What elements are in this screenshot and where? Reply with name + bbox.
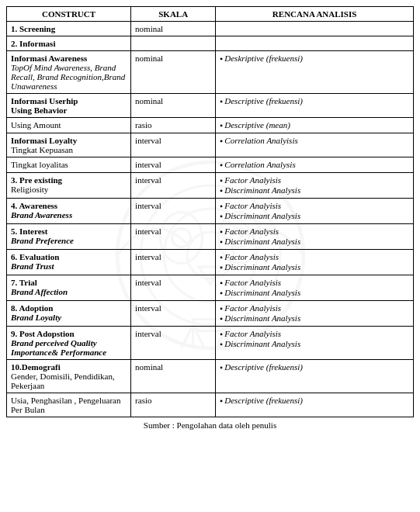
rencana-cell: Factor AnalysisDiscriminant Analysis (216, 224, 414, 250)
skala-cell: interval (131, 327, 216, 360)
table-row: Tingkat loyalitasintervalCorrelation Ana… (7, 157, 414, 173)
table-row: 9. Post AdopstionBrand perceived Quality… (7, 327, 414, 360)
construct-cell: Informasi AwarenessTopOf Mind Awareness,… (7, 51, 131, 94)
analysis-item: Discriminant Analysis (220, 288, 409, 297)
analysis-item: Descriptive (frekuensi) (220, 396, 409, 405)
table-row: 8. AdoptionBrand LoyaltyintervalFactor A… (7, 301, 414, 327)
skala-cell: nominal (131, 94, 216, 118)
analysis-item: Factor Analyisis (220, 329, 409, 338)
analysis-item: Discriminant Analysis (220, 211, 409, 220)
analysis-item: Discriminant Analysis (220, 237, 409, 246)
rencana-cell (216, 36, 414, 51)
rencana-cell: Factor AnalyisisDiscriminant Analysis (216, 173, 414, 199)
rencana-cell: Factor AnalysisDiscriminant Analysis (216, 250, 414, 275)
construct-cell: 6. EvaluationBrand Trust (7, 250, 131, 275)
analysis-item: Discriminant Analysis (220, 313, 409, 323)
analysis-item: Factor Analyisis (220, 201, 409, 210)
header-skala: SKALA (131, 7, 216, 22)
rencana-cell: Factor AnalyisisDiscriminant Analysis (216, 199, 414, 224)
source-note: Sumber : Pengolahan data oleh penulis (6, 420, 414, 430)
table-row: Using AmountrasioDescriptive (mean) (7, 118, 414, 133)
rencana-cell: Descriptive (frekuensi) (216, 360, 414, 393)
analysis-item: Factor Analysis (220, 252, 409, 261)
skala-cell: nominal (131, 360, 216, 393)
construct-cell: Usia, Penghasilan , Pengeluaran Per Bula… (7, 393, 131, 417)
rencana-cell: Factor AnalyisisDiscriminant Analysis (216, 301, 414, 327)
rencana-cell: Factor AnalyisisDiscriminant Analysis (216, 327, 414, 360)
analysis-item: Discriminant Analysis (220, 185, 409, 195)
table-row: 6. EvaluationBrand TrustintervalFactor A… (7, 250, 414, 275)
skala-cell: rasio (131, 118, 216, 133)
skala-cell: interval (131, 157, 216, 173)
construct-cell: 10.DemografiGender, Domisili, Pendidikan… (7, 360, 131, 393)
table-row: 4. AwarenessBrand AwarenessintervalFacto… (7, 199, 414, 224)
table-row: Informasi AwarenessTopOf Mind Awareness,… (7, 51, 414, 94)
construct-cell: 8. AdoptionBrand Loyalty (7, 301, 131, 327)
analysis-item: Factor Analysis (220, 227, 409, 236)
rencana-cell (216, 22, 414, 36)
analysis-item: Factor Analyisis (220, 278, 409, 287)
skala-cell: interval (131, 133, 216, 157)
table-row: Informasi LoyaltyTingkat Kepuasaninterva… (7, 133, 414, 157)
construct-cell: 2. Informasi (7, 36, 131, 51)
construct-cell: 7. TrialBrand Affection (7, 275, 131, 301)
rencana-cell: Factor AnalyisisDiscriminant Analysis (216, 275, 414, 301)
rencana-cell: Descriptive (frekuensi) (216, 393, 414, 417)
table-row: Usia, Penghasilan , Pengeluaran Per Bula… (7, 393, 414, 417)
header-rencana: RENCANA ANALISIS (216, 7, 414, 22)
skala-cell: interval (131, 250, 216, 275)
header-construct: CONSTRUCT (7, 7, 131, 22)
rencana-cell: Correlation Analysis (216, 157, 414, 173)
construct-cell: 3. Pre existingReligiosity (7, 173, 131, 199)
analysis-table: CONSTRUCT SKALA RENCANA ANALISIS 1. Scre… (6, 6, 414, 417)
construct-cell: 5. InterestBrand Preference (7, 224, 131, 250)
table-row: 7. TrialBrand AffectionintervalFactor An… (7, 275, 414, 301)
skala-cell: interval (131, 275, 216, 301)
skala-cell (131, 36, 216, 51)
analysis-item: Descriptive (frekuensi) (220, 362, 409, 372)
skala-cell: interval (131, 224, 216, 250)
table-row: Informasi UserhipUsing BehaviornominalDe… (7, 94, 414, 118)
table-row: 2. Informasi (7, 36, 414, 51)
construct-cell: 1. Screening (7, 22, 131, 36)
table-row: 5. InterestBrand PreferenceintervalFacto… (7, 224, 414, 250)
rencana-cell: Deskriptive (frekuensi) (216, 51, 414, 94)
table-row: 10.DemografiGender, Domisili, Pendidikan… (7, 360, 414, 393)
table-header-row: CONSTRUCT SKALA RENCANA ANALISIS (7, 7, 414, 22)
analysis-item: Deskriptive (frekuensi) (220, 54, 409, 63)
skala-cell: nominal (131, 22, 216, 36)
analysis-item: Correlation Analyisis (220, 136, 409, 145)
skala-cell: nominal (131, 51, 216, 94)
analysis-item: Descriptive (mean) (220, 120, 409, 130)
analysis-item: Factor Analyisis (220, 303, 409, 313)
construct-cell: 9. Post AdopstionBrand perceived Quality… (7, 327, 131, 360)
construct-cell: Using Amount (7, 118, 131, 133)
skala-cell: interval (131, 173, 216, 199)
rencana-cell: Correlation Analyisis (216, 133, 414, 157)
analysis-item: Correlation Analysis (220, 160, 409, 169)
table-row: 1. Screeningnominal (7, 22, 414, 36)
skala-cell: rasio (131, 393, 216, 417)
analysis-item: Discriminant Analysis (220, 262, 409, 272)
analysis-item: Factor Analyisis (220, 175, 409, 185)
analysis-item: Discriminant Analysis (220, 339, 409, 348)
construct-cell: Informasi LoyaltyTingkat Kepuasan (7, 133, 131, 157)
rencana-cell: Descriptive (frekuensi) (216, 94, 414, 118)
skala-cell: interval (131, 199, 216, 224)
construct-cell: Tingkat loyalitas (7, 157, 131, 173)
analysis-item: Descriptive (frekuensi) (220, 96, 409, 106)
construct-cell: Informasi UserhipUsing Behavior (7, 94, 131, 118)
rencana-cell: Descriptive (mean) (216, 118, 414, 133)
skala-cell: interval (131, 301, 216, 327)
table-row: 3. Pre existingReligiosityintervalFactor… (7, 173, 414, 199)
construct-cell: 4. AwarenessBrand Awareness (7, 199, 131, 224)
